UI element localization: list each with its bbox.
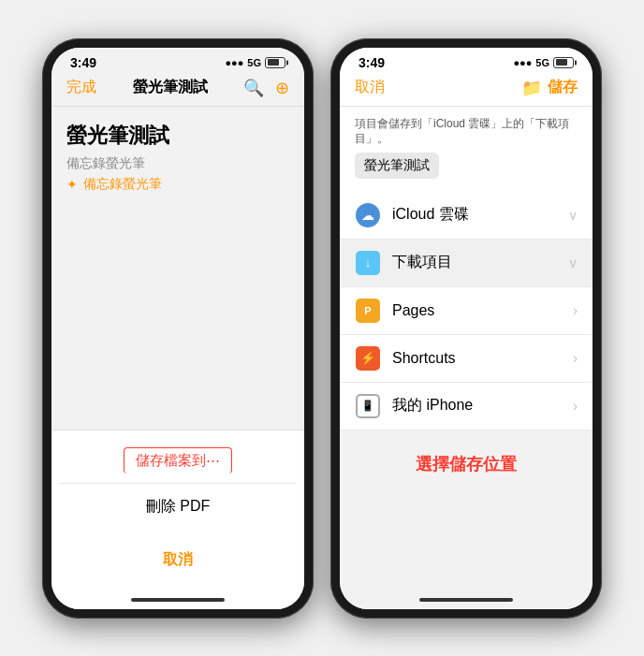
status-icons-2: ●●● 5G — [513, 57, 574, 68]
battery-icon-1 — [265, 57, 285, 68]
save-info-text: 項目會儲存到「iCloud 雲碟」上的「下載項目」。 — [355, 117, 569, 146]
time-2: 3:49 — [359, 55, 385, 70]
save-area: 📁 儲存 — [521, 78, 578, 98]
cancel-nav-button[interactable]: 取消 — [355, 78, 385, 97]
action-sheet: 儲存檔案到⋯ 刪除 PDF 取消 — [51, 430, 304, 590]
time-1: 3:49 — [70, 55, 96, 70]
icloud-name: iCloud 雲碟 — [392, 205, 568, 225]
downloads-name: 下載項目 — [392, 253, 568, 272]
phone1-screen: 3:49 ●●● 5G 完成 螢光筆測試 🔍 ⊕ — [51, 48, 304, 609]
note-subtitle: 備忘錄螢光筆 — [66, 155, 289, 172]
downloads-icon: ↓ — [355, 250, 381, 276]
status-icons-1: ●●● 5G — [225, 57, 285, 68]
file-row-iphone[interactable]: 📱 我的 iPhone › — [340, 383, 593, 430]
file-list: ☁ iCloud 雲碟 ∨ ↓ 下載項目 ∨ P — [340, 192, 593, 590]
save-info: 項目會儲存到「iCloud 雲碟」上的「下載項目」。 螢光筆測試 — [340, 107, 593, 192]
note-item: ✦ 備忘錄螢光筆 — [66, 176, 289, 193]
iphone-name: 我的 iPhone — [392, 396, 573, 415]
chevron-shortcuts: › — [573, 350, 578, 367]
phone1-nav: 完成 螢光筆測試 🔍 ⊕ — [51, 74, 304, 107]
file-row-downloads[interactable]: ↓ 下載項目 ∨ — [340, 240, 593, 287]
chevron-down-downloads: ∨ — [568, 255, 578, 270]
phone-2: 3:49 ●●● 5G 取消 📁 儲存 項目會儲存到「i — [330, 38, 602, 619]
checkmark-icon: ✦ — [66, 177, 78, 192]
phone-1: 3:49 ●●● 5G 完成 螢光筆測試 🔍 ⊕ — [42, 38, 314, 619]
chevron-down-icloud: ∨ — [568, 208, 578, 223]
note-title: 螢光筆測試 — [66, 122, 289, 150]
delete-pdf-button[interactable]: 刪除 PDF — [59, 484, 297, 530]
cancel-group: 取消 — [59, 537, 297, 583]
home-bar-2 — [419, 598, 513, 602]
nav-icons-1: 🔍 ⊕ — [243, 78, 289, 98]
status-bar-2: 3:49 ●●● 5G — [340, 48, 593, 74]
done-button[interactable]: 完成 — [66, 78, 96, 97]
network-1: 5G — [247, 57, 261, 68]
file-row-pages[interactable]: P Pages › — [340, 287, 593, 335]
signal-icon-2: ●●● — [513, 57, 532, 68]
phone2-screen: 3:49 ●●● 5G 取消 📁 儲存 項目會儲存到「i — [340, 48, 593, 609]
shortcuts-icon: ⚡ — [355, 345, 381, 372]
save-nav-button[interactable]: 儲存 — [548, 78, 578, 97]
icloud-icon: ☁ — [355, 202, 381, 228]
iphone-icon: 📱 — [355, 393, 381, 419]
home-bar-1 — [131, 598, 225, 602]
home-indicator-1 — [51, 590, 304, 609]
note-content: 螢光筆測試 備忘錄螢光筆 ✦ 備忘錄螢光筆 — [51, 107, 304, 430]
signal-icon-1: ●●● — [225, 57, 243, 68]
network-2: 5G — [535, 57, 549, 68]
battery-icon-2 — [553, 57, 574, 68]
search-icon[interactable]: 🔍 — [243, 78, 264, 98]
chevron-iphone: › — [573, 398, 578, 415]
phone2-nav: 取消 📁 儲存 — [340, 74, 593, 107]
chevron-pages: › — [573, 302, 578, 319]
action-group-main: 儲存檔案到⋯ 刪除 PDF — [59, 438, 297, 530]
filename-chip: 螢光筆測試 — [355, 153, 439, 179]
save-file-wrapper[interactable]: 儲存檔案到⋯ — [59, 438, 297, 484]
note-item-text: 備忘錄螢光筆 — [83, 176, 162, 193]
status-bar-1: 3:49 ●●● 5G — [51, 48, 304, 74]
file-row-shortcuts[interactable]: ⚡ Shortcuts › — [340, 335, 593, 383]
cancel-button[interactable]: 取消 — [59, 537, 297, 583]
pages-name: Pages — [392, 302, 573, 319]
pages-icon: P — [355, 298, 381, 324]
file-row-icloud[interactable]: ☁ iCloud 雲碟 ∨ — [340, 192, 593, 240]
choose-location-label: 選擇儲存位置 — [340, 430, 593, 483]
compose-icon[interactable]: ⊕ — [275, 78, 289, 98]
folder-icon: 📁 — [521, 78, 542, 98]
shortcuts-name: Shortcuts — [392, 350, 573, 367]
nav-title-1: 螢光筆測試 — [133, 78, 208, 97]
home-indicator-2 — [340, 590, 593, 609]
save-file-button[interactable]: 儲存檔案到⋯ — [124, 447, 232, 474]
